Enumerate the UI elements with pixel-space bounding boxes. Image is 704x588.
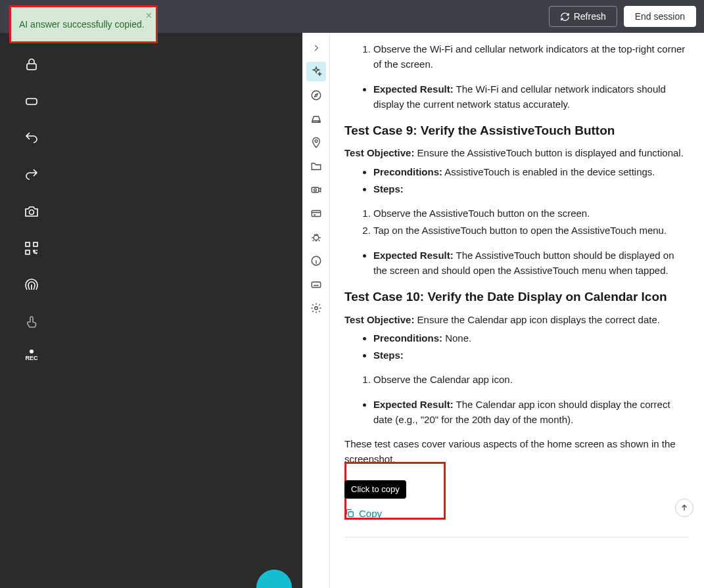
close-icon[interactable]: × [146,10,152,22]
undo-icon[interactable] [22,129,41,147]
svg-rect-3 [26,242,30,246]
drive-icon[interactable] [306,109,326,129]
list-item: Preconditions: None. [373,330,690,346]
content-pane: Observe the Wi-Fi and cellular network i… [330,33,704,588]
test-case-10-title: Test Case 10: Verify the Date Display on… [344,287,690,306]
keyboard-icon[interactable] [306,275,326,294]
svg-point-7 [318,122,319,122]
svg-rect-9 [312,187,319,192]
copy-tooltip: Click to copy [344,480,406,499]
record-button[interactable]: REC [25,350,37,361]
folder-icon[interactable] [306,156,326,176]
scroll-top-button[interactable] [675,499,693,517]
panel-icon-rail [302,33,330,588]
card-icon[interactable] [306,204,326,223]
list-item: Expected Result: The Calendar app icon s… [373,397,690,428]
svg-point-6 [312,91,321,100]
svg-point-8 [315,140,317,143]
svg-rect-16 [348,512,353,516]
main-panel: Observe the Wi-Fi and cellular network i… [302,33,704,588]
pre-list: Preconditions: AssistiveTouch is enabled… [344,164,690,197]
svg-rect-14 [312,282,321,287]
session-cost: Chat session cost: $0.04 [344,585,690,588]
step-list: Observe the Calendar app icon. [344,372,690,387]
copy-icon [344,508,355,518]
step-list: Observe the Wi-Fi and cellular network i… [344,41,690,72]
list-item: Tap on the AssistiveTouch button to open… [373,223,690,238]
qr-icon[interactable] [22,239,41,258]
test-objective: Test Objective: Ensure the Calendar app … [344,312,690,327]
expected-list: Expected Result: The Calendar app icon s… [344,397,690,428]
svg-point-15 [314,307,317,310]
end-session-button[interactable]: End session [624,6,696,27]
divider [344,537,690,537]
arrow-up-icon [680,503,689,512]
list-item: Observe the AssistiveTouch button on the… [373,206,690,221]
recorder-icon[interactable] [306,180,326,200]
toast-text: AI answer successfully copied. [19,19,145,30]
info-icon[interactable] [306,251,326,271]
copy-area: Click to copy Copy [344,480,406,521]
summary-text: These test cases cover various aspects o… [344,436,690,467]
help-fab[interactable] [256,570,292,588]
device-toolbar: REC [0,33,63,588]
list-item: Steps: [373,348,690,363]
camera-icon[interactable] [22,202,41,221]
svg-rect-1 [26,99,37,104]
refresh-label: Refresh [574,11,606,22]
svg-rect-4 [34,242,37,246]
svg-point-12 [314,235,319,240]
compass-icon[interactable] [306,85,326,105]
lock-icon[interactable] [22,55,41,74]
touch-icon[interactable] [22,313,41,331]
bug-icon[interactable] [306,227,326,247]
svg-point-10 [314,189,316,191]
chevron-right-icon[interactable] [306,38,326,58]
pre-list: Preconditions: None. Steps: [344,330,690,363]
test-objective: Test Objective: Ensure the AssistiveTouc… [344,145,690,160]
list-item: Observe the Calendar app icon. [373,372,690,387]
svg-rect-11 [312,211,321,217]
sparkles-icon[interactable] [306,62,326,81]
step-list: Observe the AssistiveTouch button on the… [344,206,690,238]
expected-list: Expected Result: The AssistiveTouch butt… [344,248,690,279]
location-icon[interactable] [306,133,326,152]
fingerprint-icon[interactable] [22,276,41,294]
rotate-icon[interactable] [22,92,41,110]
svg-rect-5 [26,250,30,254]
copy-button[interactable]: Copy [344,506,406,521]
gear-icon[interactable] [306,298,326,318]
success-toast: AI answer successfully copied. × [9,5,158,43]
list-item: Expected Result: The AssistiveTouch butt… [373,248,690,279]
list-item: Expected Result: The Wi-Fi and cellular … [373,81,690,112]
list-item: Preconditions: AssistiveTouch is enabled… [373,164,690,179]
refresh-button[interactable]: Refresh [549,6,617,27]
expected-list: Expected Result: The Wi-Fi and cellular … [344,81,690,112]
list-item: Steps: [373,181,690,196]
svg-point-2 [30,210,34,215]
test-case-9-title: Test Case 9: Verify the AssistiveTouch B… [344,121,690,140]
redo-icon[interactable] [22,166,41,184]
list-item: Observe the Wi-Fi and cellular network i… [373,41,690,72]
svg-rect-0 [27,64,36,70]
